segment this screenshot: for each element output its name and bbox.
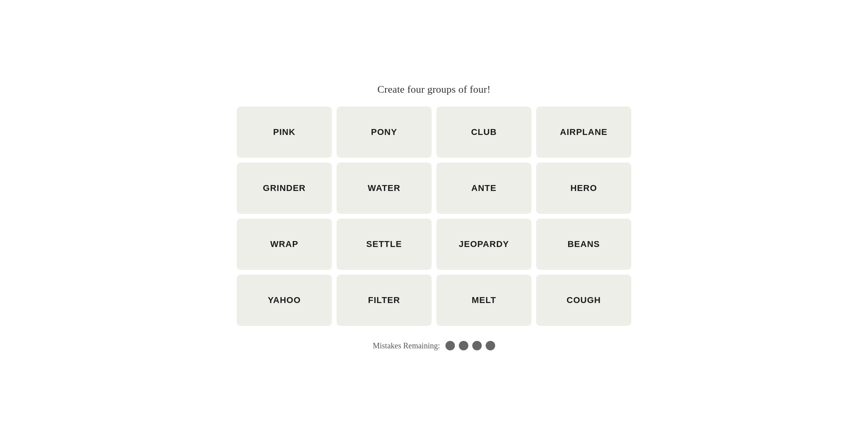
word-label-pink: PINK: [273, 127, 296, 137]
word-card-yahoo[interactable]: YAHOO: [237, 275, 332, 326]
game-container: Create four groups of four! PINKPONYCLUB…: [237, 84, 631, 350]
mistakes-section: Mistakes Remaining:: [373, 341, 496, 350]
word-card-water[interactable]: WATER: [337, 163, 432, 214]
word-label-beans: BEANS: [567, 239, 600, 249]
word-card-filter[interactable]: FILTER: [337, 275, 432, 326]
word-card-beans[interactable]: BEANS: [536, 219, 631, 270]
word-label-filter: FILTER: [368, 295, 400, 305]
word-label-settle: SETTLE: [366, 239, 402, 249]
word-card-hero[interactable]: HERO: [536, 163, 631, 214]
word-label-jeopardy: JEOPARDY: [459, 239, 509, 249]
word-label-hero: HERO: [571, 183, 597, 193]
instructions-text: Create four groups of four!: [378, 84, 491, 95]
word-label-melt: MELT: [471, 295, 496, 305]
word-card-pink[interactable]: PINK: [237, 107, 332, 158]
mistake-dot-2: [459, 341, 468, 350]
word-card-pony[interactable]: PONY: [337, 107, 432, 158]
word-card-settle[interactable]: SETTLE: [337, 219, 432, 270]
word-label-airplane: AIRPLANE: [560, 127, 607, 137]
word-label-ante: ANTE: [471, 183, 497, 193]
word-card-grinder[interactable]: GRINDER: [237, 163, 332, 214]
word-label-yahoo: YAHOO: [268, 295, 301, 305]
word-card-cough[interactable]: COUGH: [536, 275, 631, 326]
word-card-melt[interactable]: MELT: [436, 275, 531, 326]
word-card-airplane[interactable]: AIRPLANE: [536, 107, 631, 158]
word-label-cough: COUGH: [567, 295, 601, 305]
word-label-water: WATER: [368, 183, 400, 193]
mistakes-dots: [445, 341, 495, 350]
mistake-dot-3: [472, 341, 482, 350]
mistakes-label: Mistakes Remaining:: [373, 341, 440, 350]
mistake-dot-1: [445, 341, 455, 350]
word-card-club[interactable]: CLUB: [436, 107, 531, 158]
word-label-pony: PONY: [371, 127, 397, 137]
word-label-grinder: GRINDER: [263, 183, 305, 193]
mistake-dot-4: [486, 341, 495, 350]
word-card-jeopardy[interactable]: JEOPARDY: [436, 219, 531, 270]
word-label-wrap: WRAP: [270, 239, 298, 249]
word-label-club: CLUB: [471, 127, 497, 137]
word-card-ante[interactable]: ANTE: [436, 163, 531, 214]
word-grid: PINKPONYCLUBAIRPLANEGRINDERWATERANTEHERO…: [237, 107, 631, 326]
word-card-wrap[interactable]: WRAP: [237, 219, 332, 270]
